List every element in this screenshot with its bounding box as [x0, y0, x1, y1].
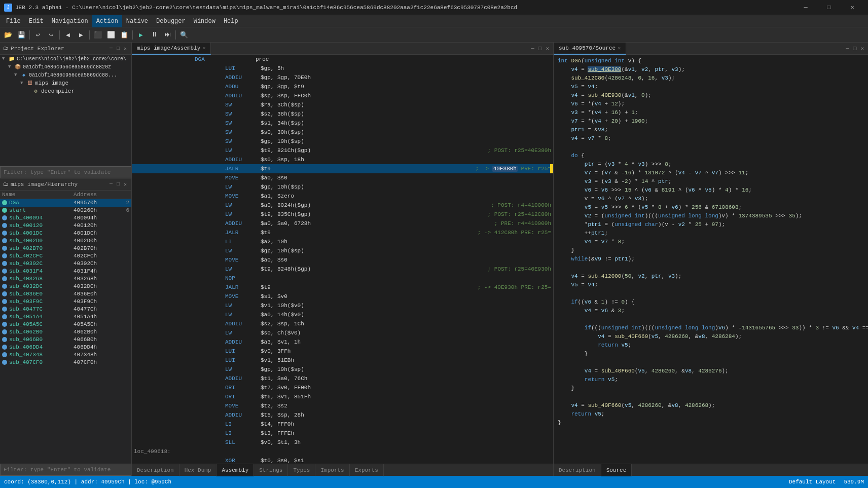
asm-line[interactable]: LW$v1, 10h($v0): [132, 301, 553, 310]
asm-line[interactable]: NOP: [132, 274, 553, 283]
hierarchy-minimize-btn[interactable]: ─: [108, 181, 114, 188]
asm-bottom-tab-hex dump[interactable]: Hex Dump: [179, 464, 217, 476]
hierarchy-row[interactable]: sub_402B70402B70h: [0, 245, 131, 252]
asm-line[interactable]: ORI$t6, $v1, 851Fh: [132, 392, 553, 401]
hierarchy-row[interactable]: sub_40302C40302Ch: [0, 260, 131, 268]
asm-line[interactable]: LUI$v1, 51EBh: [132, 356, 553, 365]
asm-line[interactable]: ADDIU$s2, $sp, 1Ch: [132, 319, 553, 328]
menu-item-navigation[interactable]: Navigation: [48, 15, 92, 27]
asm-line[interactable]: loc_409618:: [132, 447, 553, 456]
tab-ctrl-maximize[interactable]: □: [537, 45, 543, 53]
asm-line[interactable]: MOVE$s1, $v0: [132, 292, 553, 301]
hierarchy-row[interactable]: start400260h6: [0, 207, 131, 214]
toolbar-asm[interactable]: ⬜: [105, 29, 117, 41]
hierarchy-row[interactable]: sub_4051A44051A4h: [0, 313, 131, 321]
assembly-content[interactable]: DGAprocLUI$gp, 5hADDIU$gp, $gp, 7DE0hADD…: [132, 55, 553, 464]
project-filter-input[interactable]: [0, 166, 131, 178]
source-tab-close[interactable]: ✕: [618, 45, 621, 51]
asm-line[interactable]: ADDIU$sp, $sp, FFC0h: [132, 91, 553, 100]
asm-bottom-tab-types[interactable]: Types: [288, 464, 315, 476]
minimize-button[interactable]: ─: [794, 0, 817, 15]
src-tab-ctrl-maximize[interactable]: □: [852, 45, 858, 53]
asm-line[interactable]: ADDIU$a0, $a0, 6728h; PRE: r4=410000h: [132, 219, 553, 228]
menu-item-action[interactable]: Action: [92, 15, 122, 27]
src-bottom-tab-source[interactable]: Source: [601, 464, 632, 476]
asm-line[interactable]: MOVE$a0, $s0: [132, 173, 553, 182]
toolbar-save[interactable]: 💾: [15, 29, 27, 41]
hierarchy-row[interactable]: sub_403268403268h: [0, 275, 131, 283]
hierarchy-row[interactable]: sub_4002D04002D0h: [0, 237, 131, 245]
asm-line[interactable]: LW$t9, 8248h($gp); POST: r25=40E930h: [132, 265, 553, 274]
asm-line[interactable]: ORI$t7, $v0, FF00h: [132, 383, 553, 392]
src-bottom-tab-description[interactable]: Description: [554, 464, 601, 476]
asm-line[interactable]: SW$s0, 30h($sp): [132, 128, 553, 137]
asm-line[interactable]: LW$t9, 835Ch($gp); POST: r25=412C80h: [132, 210, 553, 219]
src-tab-ctrl-minimize[interactable]: ─: [845, 45, 850, 53]
asm-line[interactable]: SW$ra, 3Ch($sp): [132, 100, 553, 109]
asm-line[interactable]: ADDIU$gp, $gp, 7DE0h: [132, 73, 553, 82]
source-content[interactable]: int DGA(unsigned int v) { v4 = sub_40E38…: [554, 55, 868, 464]
hierarchy-row[interactable]: sub_406DD4406DD4h: [0, 344, 131, 351]
hierarchy-row[interactable]: sub_4032DC4032DCh: [0, 283, 131, 290]
asm-line[interactable]: ADDIU$t1, $a0, 76Ch: [132, 374, 553, 383]
menu-item-debugger[interactable]: Debugger: [152, 15, 190, 27]
asm-line[interactable]: LW$s0, Ch($v0): [132, 328, 553, 337]
toolbar-redo[interactable]: ↪: [45, 29, 57, 41]
hierarchy-row[interactable]: sub_405A5C405A5Ch: [0, 321, 131, 328]
asm-line[interactable]: LW$gp, 10h($sp): [132, 182, 553, 192]
hierarchy-row[interactable]: sub_4066B04066B0h: [0, 336, 131, 344]
asm-line[interactable]: ADDU$gp, $gp, $t9: [132, 82, 553, 91]
asm-line[interactable]: SW$s2, 38h($sp): [132, 109, 553, 119]
asm-bottom-tab-strings[interactable]: Strings: [254, 464, 288, 476]
toolbar-run[interactable]: ▶: [135, 29, 147, 41]
tree-item-root[interactable]: ▼ 📁 C:\Users\nicol\jeb2\jeb2-core2\core\: [0, 55, 131, 63]
asm-line[interactable]: LW$gp, 10h($sp): [132, 365, 553, 374]
toolbar-back[interactable]: ◀: [62, 29, 74, 41]
asm-line[interactable]: SW$gp, 10h($sp): [132, 137, 553, 146]
assembly-tab-close[interactable]: ✕: [202, 45, 205, 51]
asm-bottom-tab-imports[interactable]: Imports: [315, 464, 349, 476]
hierarchy-filter-input[interactable]: [0, 464, 131, 476]
asm-line[interactable]: ADDIU$t5, $sp, 28h: [132, 410, 553, 420]
asm-line[interactable]: JALR$t9; -> 40E930h PRE: r25=: [132, 283, 553, 292]
toolbar-step[interactable]: ⏭: [161, 29, 173, 41]
asm-bottom-tab-exports[interactable]: Exports: [350, 464, 384, 476]
toolbar-forward[interactable]: ▶: [75, 29, 87, 41]
menu-item-native[interactable]: Native: [122, 15, 152, 27]
hierarchy-row[interactable]: sub_4001DC4001DCh: [0, 230, 131, 237]
source-tab[interactable]: sub_409570/Source ✕: [554, 43, 626, 55]
asm-line[interactable]: LI$t3, FFFEh: [132, 429, 553, 438]
hierarchy-close-btn[interactable]: ✕: [122, 181, 128, 188]
assembly-tab[interactable]: mips image/Assembly ✕: [132, 43, 211, 55]
toolbar-hex[interactable]: ⬛: [92, 29, 104, 41]
asm-line[interactable]: LI$t4, FFF0h: [132, 420, 553, 429]
asm-line[interactable]: DGAproc: [132, 55, 553, 64]
asm-line[interactable]: SLL$v0, $t1, 3h: [132, 438, 553, 447]
asm-line[interactable]: LW$gp, 10h($sp): [132, 246, 553, 255]
asm-line[interactable]: JALR$t9; -> 412C80h PRE: r25=: [132, 228, 553, 237]
tree-item-image[interactable]: ▼ 🖼 mips image: [0, 79, 131, 87]
toolbar-pause[interactable]: ⏸: [148, 29, 160, 41]
hierarchy-row[interactable]: sub_402CFC402CFCh: [0, 252, 131, 260]
menu-item-help[interactable]: Help: [220, 15, 242, 27]
tree-item-pkg2[interactable]: ▼ ◆ 0a1cbf14e86c956cea5869dc88...: [0, 71, 131, 79]
hierarchy-row[interactable]: sub_407348407348h: [0, 351, 131, 359]
panel-close-btn[interactable]: ✕: [122, 45, 128, 52]
asm-line[interactable]: ADDIU$s0, $sp, 18h: [132, 155, 553, 164]
tab-ctrl-close[interactable]: ✕: [545, 44, 550, 53]
asm-line[interactable]: ADDIU$a3, $v1, 1h: [132, 337, 553, 347]
tab-ctrl-minimize[interactable]: ─: [530, 45, 535, 53]
asm-line[interactable]: LW$a0, 14h($v0): [132, 310, 553, 319]
asm-line[interactable]: LI$a2, 10h: [132, 237, 553, 246]
hierarchy-row[interactable]: DGA409570h2: [0, 199, 131, 207]
asm-line[interactable]: LUI$gp, 5h: [132, 64, 553, 73]
hierarchy-row[interactable]: sub_407CF0407CF0h: [0, 359, 131, 366]
asm-line[interactable]: LW$a0, 8024h($gp); POST: r4=410000h: [132, 201, 553, 210]
close-button[interactable]: ✕: [841, 0, 864, 15]
toolbar-undo[interactable]: ↩: [32, 29, 44, 41]
asm-bottom-tab-assembly[interactable]: Assembly: [216, 464, 254, 476]
asm-line[interactable]: LUI$v0, 3FFh: [132, 347, 553, 356]
menu-item-file[interactable]: File: [2, 15, 25, 27]
src-tab-ctrl-close[interactable]: ✕: [859, 44, 865, 53]
hierarchy-row[interactable]: sub_4031F44031F4h: [0, 268, 131, 275]
